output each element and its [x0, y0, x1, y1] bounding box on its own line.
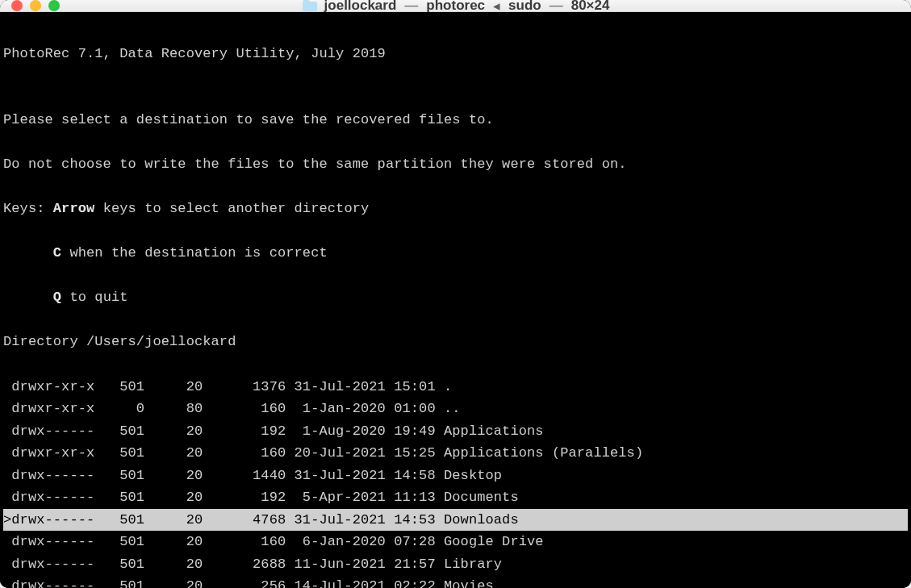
- list-item[interactable]: drwx------ 501 20 192 5-Apr-2021 11:13 D…: [3, 486, 908, 509]
- q-key: Q: [3, 290, 61, 305]
- title-sep: —: [550, 0, 563, 14]
- title-size: 80×24: [571, 0, 610, 14]
- title-user: joellockard: [324, 0, 397, 14]
- list-item[interactable]: drwx------ 501 20 256 14-Jul-2021 02:22 …: [3, 575, 908, 588]
- window-title: joellockard — photorec ◂ sudo — 80×24: [302, 0, 610, 15]
- keys-line: Keys: Arrow keys to select another direc…: [3, 198, 908, 220]
- arrow-desc: keys to select another directory: [94, 201, 369, 216]
- list-item[interactable]: drwx------ 501 20 160 6-Jan-2020 07:28 G…: [3, 531, 908, 553]
- directory-line: Directory /Users/joellockard: [3, 331, 908, 353]
- list-item[interactable]: drwxr-xr-x 501 20 160 20-Jul-2021 15:25 …: [3, 442, 908, 465]
- list-item[interactable]: drwx------ 501 20 1440 31-Jul-2021 14:58…: [3, 465, 908, 487]
- title-sep: ◂: [493, 0, 500, 15]
- instruction-line: Please select a destination to save the …: [3, 109, 908, 131]
- title-sep: —: [404, 0, 418, 14]
- title-cmd: sudo: [508, 0, 541, 14]
- c-desc: when the destination is correct: [61, 245, 328, 261]
- keys-line: Q to quit: [3, 286, 908, 309]
- traffic-lights: [11, 0, 60, 11]
- c-key: C: [3, 245, 61, 261]
- terminal-body[interactable]: PhotoRec 7.1, Data Recovery Utility, Jul…: [0, 12, 911, 588]
- keys-line: C when the destination is correct: [3, 242, 908, 265]
- zoom-icon[interactable]: [48, 0, 60, 11]
- file-listing[interactable]: drwxr-xr-x 501 20 1376 31-Jul-2021 15:01…: [3, 376, 908, 589]
- app-version-line: PhotoRec 7.1, Data Recovery Utility, Jul…: [3, 43, 908, 65]
- list-item[interactable]: drwxr-xr-x 501 20 1376 31-Jul-2021 15:01…: [3, 376, 908, 398]
- list-item[interactable]: drwxr-xr-x 0 80 160 1-Jan-2020 01:00 ..: [3, 398, 908, 420]
- arrow-key: Arrow: [53, 201, 95, 216]
- folder-icon: [302, 0, 318, 12]
- titlebar[interactable]: joellockard — photorec ◂ sudo — 80×24: [0, 0, 911, 12]
- instruction-line: Do not choose to write the files to the …: [3, 153, 908, 176]
- q-desc: to quit: [61, 290, 127, 305]
- keys-label: Keys:: [3, 201, 53, 216]
- terminal-window: joellockard — photorec ◂ sudo — 80×24 Ph…: [0, 0, 911, 588]
- list-item[interactable]: drwx------ 501 20 192 1-Aug-2020 19:49 A…: [3, 420, 908, 443]
- list-item[interactable]: drwx------ 501 20 2688 11-Jun-2021 21:57…: [3, 553, 908, 576]
- list-item[interactable]: >drwx------ 501 20 4768 31-Jul-2021 14:5…: [3, 509, 908, 532]
- close-icon[interactable]: [11, 0, 23, 11]
- minimize-icon[interactable]: [30, 0, 41, 11]
- title-proc: photorec: [426, 0, 485, 14]
